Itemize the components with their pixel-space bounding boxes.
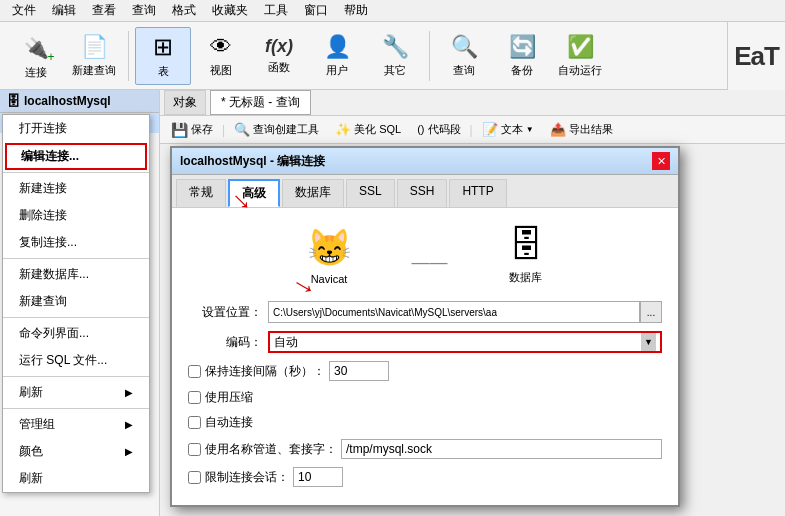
db-label: 数据库 <box>509 270 542 285</box>
ctx-refresh-1[interactable]: 刷新 ▶ <box>3 379 149 406</box>
named-pipe-checkbox[interactable] <box>188 443 201 456</box>
dialog-titlebar: localhostMysql - 编辑连接 ✕ <box>172 148 678 175</box>
eat-badge: EaT <box>727 22 785 90</box>
backup-label: 备份 <box>511 63 533 78</box>
function-label: 函数 <box>268 60 290 75</box>
connect-label: 连接 <box>25 65 47 80</box>
encoding-dropdown-icon: ▼ <box>641 333 656 351</box>
autorun-icon: ✅ <box>567 34 594 60</box>
keepalive-input[interactable] <box>329 361 389 381</box>
encoding-select[interactable]: 自动 ▼ <box>268 331 662 353</box>
ctx-cmd-interface[interactable]: 命令列界面... <box>3 320 149 347</box>
menu-format[interactable]: 格式 <box>164 0 204 21</box>
toolbar-connect[interactable]: 🔌 + 连接 <box>8 27 64 85</box>
query-tab[interactable]: * 无标题 - 查询 <box>210 90 311 115</box>
code-label: () 代码段 <box>417 122 460 137</box>
toolbar-backup[interactable]: 🔄 备份 <box>494 27 550 85</box>
query-tool-label: 查询创建工具 <box>253 122 319 137</box>
location-input[interactable] <box>268 301 640 323</box>
dialog-tab-database[interactable]: 数据库 <box>282 179 344 207</box>
sidebar-header-label: localhostMysql <box>24 94 111 108</box>
ctx-sep-1 <box>3 172 149 173</box>
named-pipe-input[interactable] <box>341 439 662 459</box>
limit-session-checkbox[interactable] <box>188 471 201 484</box>
menu-view[interactable]: 查看 <box>84 0 124 21</box>
ctx-copy-connection[interactable]: 复制连接... <box>3 229 149 256</box>
save-icon: 💾 <box>171 122 188 138</box>
named-pipe-label: 使用名称管道、套接字： <box>205 441 337 458</box>
menu-query[interactable]: 查询 <box>124 0 164 21</box>
dialog-tab-http[interactable]: HTTP <box>449 179 506 207</box>
ctx-manage-group[interactable]: 管理组 ▶ <box>3 411 149 438</box>
ctx-open-connection[interactable]: 打开连接 <box>3 115 149 142</box>
ctx-color[interactable]: 颜色 ▶ <box>3 438 149 465</box>
toolbar: 🔌 + 连接 📄 新建查询 ⊞ 表 👁 视图 f(x) 函数 👤 用户 🔧 其它… <box>0 22 785 90</box>
keepalive-checkbox[interactable] <box>188 365 201 378</box>
compress-label: 使用压缩 <box>205 389 253 406</box>
export-label: 导出结果 <box>569 122 613 137</box>
ctx-sep-3 <box>3 317 149 318</box>
ctx-new-connection[interactable]: 新建连接 <box>3 175 149 202</box>
autoconn-checkbox[interactable] <box>188 416 201 429</box>
ctx-color-arrow: ▶ <box>125 446 133 457</box>
object-tab[interactable]: 对象 <box>164 90 206 115</box>
toolbar-other[interactable]: 🔧 其它 <box>367 27 423 85</box>
compress-row: 使用压缩 <box>188 389 662 406</box>
menu-edit[interactable]: 编辑 <box>44 0 84 21</box>
dialog-tab-ssh[interactable]: SSH <box>397 179 448 207</box>
save-label: 保存 <box>191 122 213 137</box>
toolbar-view[interactable]: 👁 视图 <box>193 27 249 85</box>
toolbar-query[interactable]: 🔍 查询 <box>436 27 492 85</box>
dialog-tab-general[interactable]: 常规 <box>176 179 226 207</box>
toolbar-table[interactable]: ⊞ 表 <box>135 27 191 85</box>
table-label: 表 <box>158 64 169 79</box>
location-label: 设置位置： <box>188 304 268 321</box>
beautify-icon: ✨ <box>335 122 351 137</box>
toolbar-function[interactable]: f(x) 函数 <box>251 27 307 85</box>
compress-checkbox[interactable] <box>188 391 201 404</box>
export-button[interactable]: 📤 导出结果 <box>543 119 620 140</box>
menu-window[interactable]: 窗口 <box>296 0 336 21</box>
content-area: 对象 * 无标题 - 查询 💾 保存 | 🔍 查询创建工具 ✨ 美化 SQL (… <box>160 90 785 516</box>
location-browse-button[interactable]: ... <box>640 301 662 323</box>
function-icon: f(x) <box>265 36 293 57</box>
encoding-label: 编码： <box>188 334 268 351</box>
autoconn-label: 自动连接 <box>205 414 253 431</box>
menu-file[interactable]: 文件 <box>4 0 44 21</box>
limit-session-input[interactable] <box>293 467 343 487</box>
dialog-title: localhostMysql - 编辑连接 <box>180 153 325 170</box>
toolbar-autorun[interactable]: ✅ 自动运行 <box>552 27 608 85</box>
toolbar-new-query[interactable]: 📄 新建查询 <box>66 27 122 85</box>
ctx-delete-connection[interactable]: 删除连接 <box>3 202 149 229</box>
sidebar: 🗄 localhostMysql 🗄 Mon 打开连接 编辑连接... 新建连接… <box>0 90 160 516</box>
ctx-new-database[interactable]: 新建数据库... <box>3 261 149 288</box>
toolbar-user[interactable]: 👤 用户 <box>309 27 365 85</box>
ctx-run-sql[interactable]: 运行 SQL 文件... <box>3 347 149 374</box>
other-icon: 🔧 <box>382 34 409 60</box>
ctx-edit-connection[interactable]: 编辑连接... <box>5 143 147 170</box>
menu-favorites[interactable]: 收藏夹 <box>204 0 256 21</box>
text-label: 文本 <box>501 122 523 137</box>
location-input-group: ... <box>268 301 662 323</box>
sidebar-db-icon: 🗄 <box>6 93 20 109</box>
menu-tools[interactable]: 工具 <box>256 0 296 21</box>
query-label: 查询 <box>453 63 475 78</box>
ctx-refresh-2[interactable]: 刷新 <box>3 465 149 492</box>
autorun-label: 自动运行 <box>558 63 602 78</box>
text-button[interactable]: 📝 文本 ▼ <box>475 119 541 140</box>
query-tool-button[interactable]: 🔍 查询创建工具 <box>227 119 326 140</box>
dialog-tab-ssl[interactable]: SSL <box>346 179 395 207</box>
user-label: 用户 <box>326 63 348 78</box>
ctx-new-query[interactable]: 新建查询 <box>3 288 149 315</box>
ctx-refresh-1-arrow: ▶ <box>125 387 133 398</box>
dialog-body: 😸 Navicat —— 🗄 数据库 设置位置： ... <box>172 208 678 505</box>
code-button[interactable]: () 代码段 <box>410 119 467 140</box>
dialog-close-button[interactable]: ✕ <box>652 152 670 170</box>
query-bar: 对象 * 无标题 - 查询 <box>160 90 785 116</box>
beautify-button[interactable]: ✨ 美化 SQL <box>328 119 408 140</box>
sidebar-header: 🗄 localhostMysql <box>0 90 159 113</box>
text-dropdown-icon: ▼ <box>526 125 534 134</box>
menu-help[interactable]: 帮助 <box>336 0 376 21</box>
save-button[interactable]: 💾 保存 <box>164 119 220 141</box>
icon-row: 😸 Navicat —— 🗄 数据库 <box>188 218 662 291</box>
